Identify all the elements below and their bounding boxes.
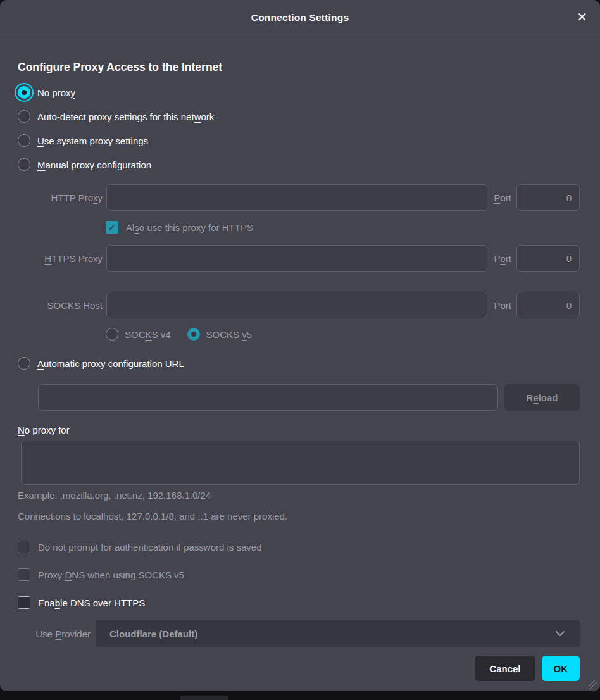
no-proxy-note-text: Connections to localhost, 127.0.0.1/8, a… [18,511,580,522]
dialog-titlebar: Connection Settings ✕ [0,0,600,35]
doh-provider-row: Use Provider Cloudflare (Default) [18,620,580,647]
https-port-input[interactable] [516,245,580,272]
radio-no-proxy-label: No proxy [37,87,75,98]
http-proxy-row: HTTP Proxy Port [18,184,580,211]
proxy-dns-label: Proxy DNS when using SOCKS v5 [38,570,184,580]
enable-doh-label: Enable DNS over HTTPS [38,597,145,608]
no-proxy-example-text: Example: .mozilla.org, .net.nz, 192.168.… [18,490,580,501]
ok-button[interactable]: OK [542,656,580,681]
socks-host-row: SOCKS Host Port [18,292,580,318]
page-title: Configure Proxy Access to the Internet [18,61,580,74]
socks-port-label: Port [494,300,511,311]
resize-grip[interactable] [589,680,597,689]
radio-no-proxy[interactable] [18,86,30,99]
cancel-button[interactable]: Cancel [475,656,535,681]
enable-doh-row[interactable]: Enable DNS over HTTPS [18,596,580,609]
radio-row-socks-v4[interactable]: SOCKS v4 [106,327,171,341]
no-proxy-for-label: No proxy for [18,425,580,435]
radio-row-system-proxy[interactable]: Use system proxy settings [18,128,580,153]
connection-settings-dialog: Connection Settings ✕ Configure Proxy Ac… [0,0,600,691]
http-proxy-label: HTTP Proxy [18,192,103,203]
radio-system-proxy-label: Use system proxy settings [37,135,148,146]
proxy-dns-checkbox[interactable] [18,568,30,581]
auto-url-input[interactable] [38,384,498,411]
no-prompt-auth-checkbox[interactable] [18,541,30,553]
radio-socks-v5-label: SOCKS v5 [206,329,253,340]
https-proxy-label: HTTPS Proxy [18,253,103,264]
auto-url-row: Reload [38,384,580,411]
enable-doh-checkbox[interactable] [18,596,30,609]
radio-socks-v5[interactable] [187,328,200,341]
socks-version-group: SOCKS v4 SOCKS v5 [106,327,580,341]
socks-port-input[interactable] [516,292,580,318]
radio-row-manual-proxy[interactable]: Manual proxy configuration [18,153,580,177]
http-proxy-input[interactable] [106,184,487,211]
radio-row-socks-v5[interactable]: SOCKS v5 [187,327,253,341]
socks-host-input[interactable] [106,292,487,318]
radio-auto-url-label: Automatic proxy configuration URL [37,358,184,369]
also-https-checkbox[interactable]: ✓ [106,221,118,234]
radio-system-proxy[interactable] [18,134,30,147]
radio-auto-detect[interactable] [18,110,30,123]
doh-provider-selected: Cloudflare (Default) [96,628,557,639]
no-prompt-auth-label: Do not prompt for authentication if pass… [38,542,262,553]
use-provider-label: Use Provider [18,628,91,639]
chevron-down-icon [556,627,565,636]
radio-auto-detect-label: Auto-detect proxy settings for this netw… [37,111,214,122]
https-proxy-input[interactable] [106,245,487,272]
https-proxy-row: HTTPS Proxy Port [18,245,580,272]
background-page-fragment [180,696,228,700]
socks-host-label: SOCKS Host [18,300,103,311]
radio-auto-url[interactable] [18,357,30,370]
dialog-footer: Cancel OK [18,656,580,681]
also-https-label: Also use this proxy for HTTPS [126,222,253,233]
reload-button[interactable]: Reload [504,384,580,411]
proxy-dns-row[interactable]: Proxy DNS when using SOCKS v5 [18,568,580,581]
dialog-content: Configure Proxy Access to the Internet N… [0,35,600,681]
doh-provider-dropdown[interactable]: Cloudflare (Default) [96,620,580,647]
http-port-label: Port [494,192,511,203]
radio-socks-v4-label: SOCKS v4 [125,329,171,340]
radio-row-no-proxy[interactable]: No proxy [18,80,580,104]
http-port-input[interactable] [516,184,580,211]
dialog-title: Connection Settings [251,12,349,23]
radio-manual-proxy-label: Manual proxy configuration [37,159,151,170]
close-icon[interactable]: ✕ [577,9,587,25]
also-https-row[interactable]: ✓ Also use this proxy for HTTPS [106,221,580,234]
no-proxy-for-textarea[interactable] [21,441,580,485]
https-port-label: Port [494,253,511,264]
radio-socks-v4[interactable] [106,328,118,341]
radio-row-auto-url[interactable]: Automatic proxy configuration URL [18,351,580,375]
radio-manual-proxy[interactable] [18,158,30,171]
radio-row-auto-detect[interactable]: Auto-detect proxy settings for this netw… [18,104,580,128]
no-prompt-auth-row[interactable]: Do not prompt for authentication if pass… [18,541,580,553]
